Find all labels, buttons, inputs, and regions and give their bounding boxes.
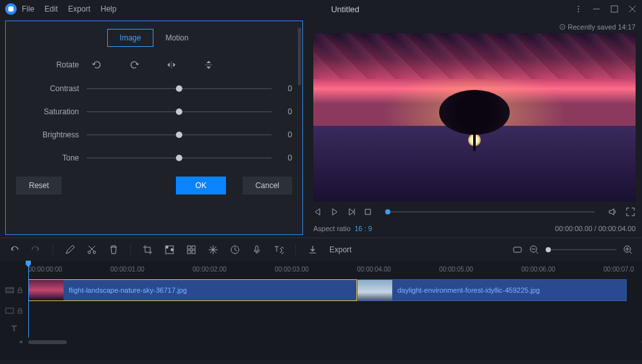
text-track (0, 320, 642, 338)
freeze-icon[interactable] (208, 245, 218, 255)
mic-icon[interactable] (252, 245, 262, 255)
svg-rect-13 (171, 248, 173, 251)
maximize-icon[interactable] (610, 4, 619, 13)
delete-icon[interactable] (108, 245, 119, 255)
titlebar: File Edit Export Help Untitled (0, 0, 642, 18)
reset-button[interactable]: Reset (16, 177, 62, 195)
svg-rect-31 (18, 290, 22, 293)
minimize-icon[interactable] (592, 4, 601, 13)
playhead[interactable] (28, 261, 29, 338)
seek-bar[interactable] (385, 211, 594, 212)
ruler-tick: 00:00:06.00 (521, 266, 555, 273)
zoom-in-icon[interactable] (623, 245, 633, 255)
svg-point-1 (578, 8, 579, 10)
audio-track-icon (5, 306, 14, 315)
svg-rect-4 (611, 6, 618, 12)
rotate-ccw-icon[interactable] (92, 60, 102, 70)
ruler-tick: 00:00:04.00 (357, 266, 391, 273)
ruler-tick: 00:00:00:00 (28, 266, 62, 273)
svg-rect-28 (6, 288, 13, 293)
contrast-label: Contrast (16, 84, 87, 93)
menu-edit[interactable]: Edit (44, 4, 58, 13)
image-properties-panel: Image Motion Rotate Contrast 0 Saturatio… (5, 21, 303, 235)
contrast-slider[interactable] (87, 88, 272, 89)
undo-icon[interactable] (9, 245, 19, 255)
timeline-clip[interactable]: daylight-environment-forest-idyllic-4592… (357, 279, 627, 301)
svg-rect-14 (187, 246, 191, 249)
tab-image[interactable]: Image (107, 29, 153, 47)
app-logo-icon (5, 3, 17, 15)
fit-icon[interactable] (512, 245, 523, 255)
saturation-label: Saturation (16, 107, 87, 116)
aspect-ratio-value[interactable]: 16 : 9 (354, 225, 372, 232)
flip-vertical-icon[interactable] (204, 60, 214, 70)
rotate-label: Rotate (16, 60, 87, 69)
export-label[interactable]: Export (329, 245, 352, 254)
svg-rect-8 (365, 209, 370, 214)
mosaic-icon[interactable] (164, 245, 175, 255)
svg-point-9 (88, 251, 91, 254)
redo-icon[interactable] (31, 245, 41, 255)
zoom-out-icon[interactable] (529, 245, 539, 255)
menu-help[interactable]: Help (101, 4, 117, 13)
next-frame-icon[interactable] (347, 207, 356, 216)
cancel-button[interactable]: Cancel (243, 177, 292, 195)
panel-tabs: Image Motion (16, 29, 292, 47)
lock-icon[interactable] (17, 308, 23, 314)
ruler-tick: 00:00:02.00 (193, 266, 227, 273)
clip-thumbnail (358, 280, 392, 300)
svg-point-10 (93, 251, 96, 254)
window-controls (574, 4, 637, 13)
check-icon (559, 24, 566, 30)
svg-rect-20 (514, 247, 521, 252)
brightness-slider[interactable] (87, 134, 272, 135)
saved-status: Recently saved 14:17 (313, 21, 636, 33)
timeline-toolbar: Export (0, 238, 642, 261)
svg-rect-19 (256, 246, 258, 251)
close-icon[interactable] (628, 4, 637, 13)
text-speech-icon[interactable] (273, 245, 284, 255)
contrast-value: 0 (279, 84, 292, 93)
play-icon[interactable] (330, 207, 339, 216)
timeline-ruler[interactable]: 00:00:00:00 00:00:01.00 00:00:02.00 00:0… (0, 261, 642, 279)
zoom-slider[interactable] (546, 249, 616, 250)
time-icon[interactable] (230, 245, 240, 255)
lock-icon[interactable] (17, 287, 23, 293)
edit-icon[interactable] (65, 245, 75, 255)
fullscreen-icon[interactable] (625, 207, 636, 217)
tone-slider[interactable] (87, 157, 272, 159)
ok-button[interactable]: OK (176, 177, 225, 195)
text-track-icon (10, 324, 19, 333)
saturation-slider[interactable] (87, 111, 272, 112)
flip-horizontal-icon[interactable] (166, 60, 177, 70)
tone-label: Tone (16, 153, 87, 162)
timeline: 00:00:00:00 00:00:01.00 00:00:02.00 00:0… (0, 261, 642, 360)
video-track-icon (5, 286, 14, 295)
volume-icon[interactable] (607, 207, 618, 217)
menu-file[interactable]: File (22, 4, 34, 13)
clip-thumbnail (29, 280, 64, 300)
stop-icon[interactable] (363, 207, 372, 216)
ruler-tick: 00:00:03.00 (275, 266, 309, 273)
crop-icon[interactable] (143, 245, 153, 255)
document-title: Untitled (116, 4, 574, 14)
menu-export[interactable]: Export (68, 4, 91, 13)
prev-frame-icon[interactable] (313, 207, 322, 216)
svg-point-7 (560, 24, 565, 30)
svg-rect-16 (187, 250, 191, 254)
panel-scrollbar[interactable] (298, 28, 301, 85)
export-icon[interactable] (308, 245, 318, 255)
audio-track-header (0, 306, 28, 315)
svg-point-2 (578, 11, 579, 12)
grid-icon[interactable] (186, 245, 196, 255)
horizontal-scrollbar[interactable] (28, 340, 636, 347)
clip-filename: daylight-environment-forest-idyllic-4592… (392, 286, 540, 294)
svg-rect-32 (6, 308, 13, 313)
more-icon[interactable] (574, 4, 583, 13)
ruler-tick: 00:00:01.00 (110, 266, 144, 273)
cut-icon[interactable] (87, 245, 97, 255)
timeline-clip[interactable]: flight-landscape-nature-sky-36717.jpg (28, 279, 357, 301)
tab-motion[interactable]: Motion (153, 29, 201, 47)
preview-image (313, 33, 636, 202)
rotate-cw-icon[interactable] (129, 60, 139, 70)
